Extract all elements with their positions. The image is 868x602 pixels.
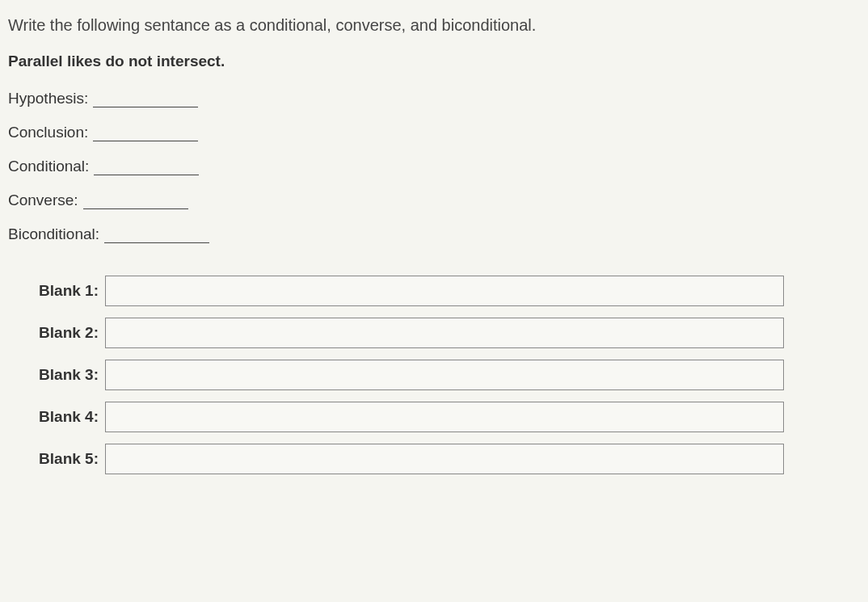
blank-4-input[interactable] bbox=[105, 402, 784, 432]
conclusion-prompt: Conclusion: bbox=[8, 124, 860, 141]
blank-row-3: Blank 3: bbox=[32, 360, 860, 390]
converse-prompt: Converse: bbox=[8, 192, 860, 209]
question-instruction: Write the following sentance as a condit… bbox=[8, 16, 860, 35]
blank-4-label: Blank 4: bbox=[32, 408, 105, 426]
converse-label: Converse: bbox=[8, 192, 78, 209]
conditional-underline bbox=[94, 160, 199, 175]
conclusion-underline bbox=[93, 126, 198, 141]
answer-blanks-section: Blank 1: Blank 2: Blank 3: Blank 4: Blan… bbox=[8, 276, 860, 474]
hypothesis-prompt: Hypothesis: bbox=[8, 90, 860, 107]
blank-row-5: Blank 5: bbox=[32, 444, 860, 474]
blank-2-input[interactable] bbox=[105, 318, 784, 348]
biconditional-label: Biconditional: bbox=[8, 225, 99, 243]
blank-3-input[interactable] bbox=[105, 360, 784, 390]
blank-row-4: Blank 4: bbox=[32, 402, 860, 432]
biconditional-prompt: Biconditional: bbox=[8, 225, 860, 243]
blank-1-input[interactable] bbox=[105, 276, 784, 306]
blank-2-label: Blank 2: bbox=[32, 324, 105, 342]
conclusion-label: Conclusion: bbox=[8, 124, 88, 141]
blank-row-2: Blank 2: bbox=[32, 318, 860, 348]
blank-row-1: Blank 1: bbox=[32, 276, 860, 306]
blank-5-input[interactable] bbox=[105, 444, 784, 474]
blank-3-label: Blank 3: bbox=[32, 366, 105, 384]
blank-1-label: Blank 1: bbox=[32, 282, 105, 300]
hypothesis-label: Hypothesis: bbox=[8, 90, 88, 107]
conditional-prompt: Conditional: bbox=[8, 158, 860, 175]
question-statement: Parallel likes do not intersect. bbox=[8, 53, 860, 70]
blank-5-label: Blank 5: bbox=[32, 450, 105, 468]
biconditional-underline bbox=[104, 228, 209, 243]
hypothesis-underline bbox=[93, 92, 198, 107]
converse-underline bbox=[83, 194, 188, 209]
conditional-label: Conditional: bbox=[8, 158, 89, 175]
